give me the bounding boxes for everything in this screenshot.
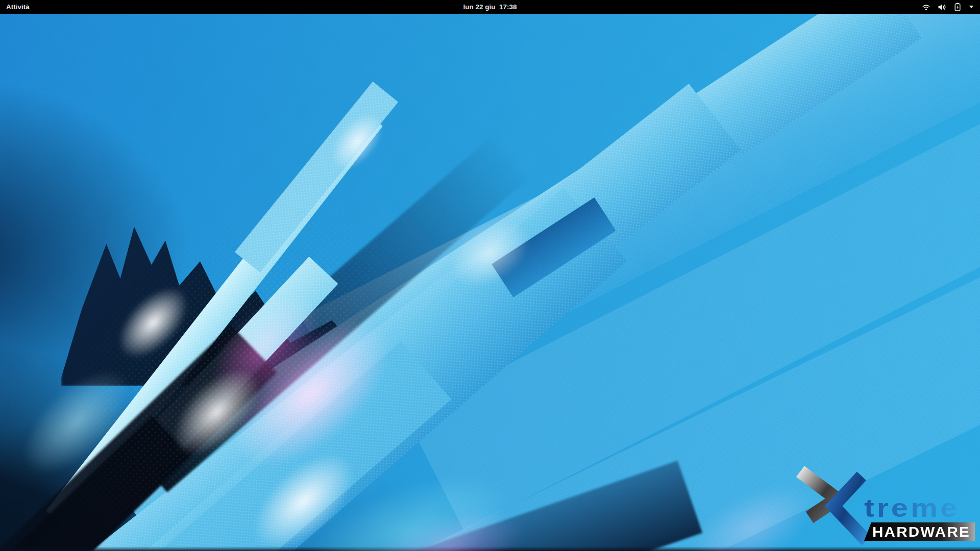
wifi-icon xyxy=(922,3,930,11)
logo-brand-text: treme xyxy=(864,494,960,522)
chevron-down-icon xyxy=(969,5,974,9)
volume-high-icon xyxy=(938,3,946,11)
logo-brand-subtext: HARDWARE xyxy=(872,524,970,540)
desktop-screen: treme HARDWARE Attività lun 22 giu 17:38 xyxy=(0,0,980,551)
wallpaper-halftone-texture xyxy=(0,110,516,551)
wallpaper[interactable]: treme HARDWARE xyxy=(0,14,980,551)
system-status-area[interactable] xyxy=(916,0,980,14)
clock-button[interactable]: lun 22 giu 17:38 xyxy=(0,0,980,14)
battery-charging-icon xyxy=(953,3,962,11)
gnome-top-bar: Attività lun 22 giu 17:38 xyxy=(0,0,980,14)
logo-bar xyxy=(864,522,975,541)
